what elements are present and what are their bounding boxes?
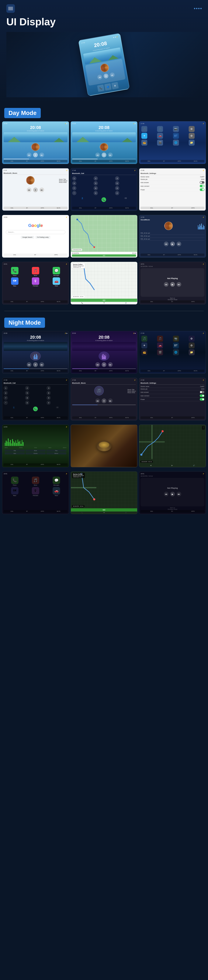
night-music1-prev[interactable]: ⏮ (27, 362, 32, 367)
day-music1-play[interactable]: ⏸ (33, 153, 38, 157)
bt-music-next[interactable]: ⏭ (39, 188, 44, 192)
day-music1-next[interactable]: ⏭ (39, 153, 44, 157)
night-go-btn[interactable]: GO (71, 508, 137, 512)
night-cp-messages[interactable]: 💬 Messages (46, 477, 66, 486)
night-num-2[interactable]: 2 (25, 386, 29, 390)
night-auto-answer-toggle[interactable] (200, 391, 204, 393)
play-pause-btn[interactable]: ⏸ (103, 73, 109, 78)
carplay-go-btn[interactable]: GO (71, 299, 137, 302)
night-num-star[interactable]: * (4, 401, 8, 405)
num-7[interactable]: 7 (72, 186, 76, 190)
carplay-next[interactable]: ⏭ (176, 282, 181, 287)
music-item-2[interactable]: 华乐_3F.3E.mp3 (140, 235, 204, 238)
app-icon-1[interactable]: 🎵 (141, 126, 147, 132)
night-num-7[interactable]: 7 (4, 396, 8, 400)
night-app-6[interactable]: 🚗 (157, 342, 163, 348)
night-power-toggle[interactable] (200, 398, 204, 401)
num-5[interactable]: 5 (94, 181, 98, 185)
night-bt-next[interactable]: ⏭ (108, 398, 113, 403)
cp-waze[interactable]: 🚗 Waze (46, 277, 66, 286)
power-toggle[interactable] (200, 188, 204, 191)
night-auto-connect-toggle[interactable] (200, 395, 204, 397)
local-music-next[interactable]: ⏭ (176, 242, 181, 246)
day-music2-play[interactable]: ⏸ (102, 153, 106, 157)
go-btn[interactable]: GO (72, 255, 136, 257)
menu-button[interactable] (6, 4, 15, 13)
night-num-4[interactable]: 4 (4, 391, 8, 395)
hero-app-dial[interactable]: 📞 (97, 84, 105, 92)
bt-music-prev[interactable]: ⏮ (27, 188, 32, 192)
app-icon-6[interactable]: 🚗 (157, 133, 163, 139)
cp-messages[interactable]: 💬 Messages (46, 267, 66, 276)
night-cp-podcasts[interactable]: 🎙 Podcasts (26, 487, 45, 496)
night-num-hash[interactable]: # (46, 401, 51, 405)
local-music-play[interactable]: ▶ (170, 242, 175, 246)
night-call-btn[interactable]: 📞 (33, 407, 38, 411)
cp-phone[interactable]: 📞 Phone (5, 267, 24, 276)
night-carplay-prev[interactable]: ⏮ (164, 492, 169, 496)
night-num-6[interactable]: 6 (46, 391, 51, 395)
night-app-2[interactable]: 🎵 (157, 336, 163, 342)
night-cp-phone[interactable]: 📞 Phone (5, 477, 24, 486)
bt-music-play[interactable]: ⏸ (33, 188, 38, 192)
day-music2-next[interactable]: ⏭ (108, 153, 113, 157)
zoom-in-btn[interactable]: + (203, 426, 204, 428)
night-nav-btn-2[interactable]: ▶ (172, 465, 173, 466)
cp-podcasts[interactable]: 🎙 Podcasts (26, 277, 45, 286)
num-2[interactable]: 2 (94, 176, 98, 180)
night-num-3[interactable]: 3 (46, 386, 51, 390)
night-nav-btn-3[interactable]: 🔊 (193, 465, 195, 466)
night-cp-maps[interactable]: 🗺 Maps (5, 487, 24, 496)
google-search-bar[interactable]: Search... (6, 230, 65, 234)
night-carplay-next[interactable]: ⏭ (176, 492, 181, 496)
night-music1-next[interactable]: ⏭ (39, 362, 44, 367)
preset-btn-6[interactable]: Dance (46, 452, 66, 455)
carplay-play[interactable]: ▶ (170, 282, 175, 287)
num-hash[interactable]: # (115, 191, 119, 195)
app-icon-4[interactable]: ⚙ (189, 126, 195, 132)
night-nav-btn-1[interactable]: ◀ (150, 465, 151, 466)
app-icon-11[interactable]: 🌐 (173, 140, 179, 146)
night-app-11[interactable]: 🌐 (173, 349, 179, 355)
night-app-10[interactable]: 🎬 (157, 349, 163, 355)
night-app-9[interactable]: 📻 (141, 349, 147, 355)
night-bt-prev[interactable]: ⏮ (95, 398, 100, 403)
cp-music[interactable]: 🎵 Music (26, 267, 45, 276)
night-app-3[interactable]: 📷 (173, 336, 179, 342)
hero-app-bt[interactable]: 🔵 (104, 83, 112, 91)
night-num-8[interactable]: 8 (25, 396, 29, 400)
num-1[interactable]: 1 (72, 176, 76, 180)
preset-btn-1[interactable]: Flat (5, 450, 25, 452)
call-contacts[interactable]: 👤 (81, 197, 84, 202)
next-btn[interactable]: ⏭ (110, 72, 115, 78)
day-music1-prev[interactable]: ⏮ (27, 153, 32, 157)
night-call-delete[interactable]: ⌫ (56, 407, 58, 411)
app-icon-10[interactable]: 🎬 (157, 140, 163, 146)
google-search-btn[interactable]: Google Search (21, 236, 34, 239)
num-9[interactable]: 9 (115, 186, 119, 190)
night-num-1[interactable]: 1 (4, 386, 8, 390)
night-app-8[interactable]: ⚙ (189, 342, 195, 348)
num-6[interactable]: 6 (115, 181, 119, 185)
app-icon-8[interactable]: ⚙ (189, 133, 195, 139)
cp-maps[interactable]: 🗺 Maps (5, 277, 24, 286)
night-carplay-play[interactable]: ▶ (170, 492, 175, 496)
google-lucky-btn[interactable]: I'm Feeling Lucky (35, 236, 50, 239)
night-num-9[interactable]: 9 (46, 396, 51, 400)
night-music2-play[interactable]: ⏸ (102, 362, 106, 367)
day-music2-prev[interactable]: ⏮ (95, 153, 100, 157)
app-icon-9[interactable]: 📻 (141, 140, 147, 146)
night-num-0[interactable]: 0 (25, 401, 29, 405)
app-icon-7[interactable]: BT (173, 133, 179, 139)
night-music1-play[interactable]: ⏸ (33, 362, 38, 367)
night-app-12[interactable]: 📁 (189, 349, 195, 355)
preset-btn-3[interactable]: Pop (46, 450, 66, 452)
night-music2-next[interactable]: ⏭ (108, 362, 113, 367)
night-app-1[interactable]: 🎵 (141, 336, 147, 342)
carplay-prev[interactable]: ⏮ (164, 282, 169, 287)
num-3[interactable]: 3 (115, 176, 119, 180)
app-icon-12[interactable]: 📁 (189, 140, 195, 146)
call-btn[interactable]: 📞 (101, 197, 106, 202)
auto-answer-toggle[interactable] (200, 181, 204, 184)
night-cp-music[interactable]: 🎵 Music (26, 477, 45, 486)
